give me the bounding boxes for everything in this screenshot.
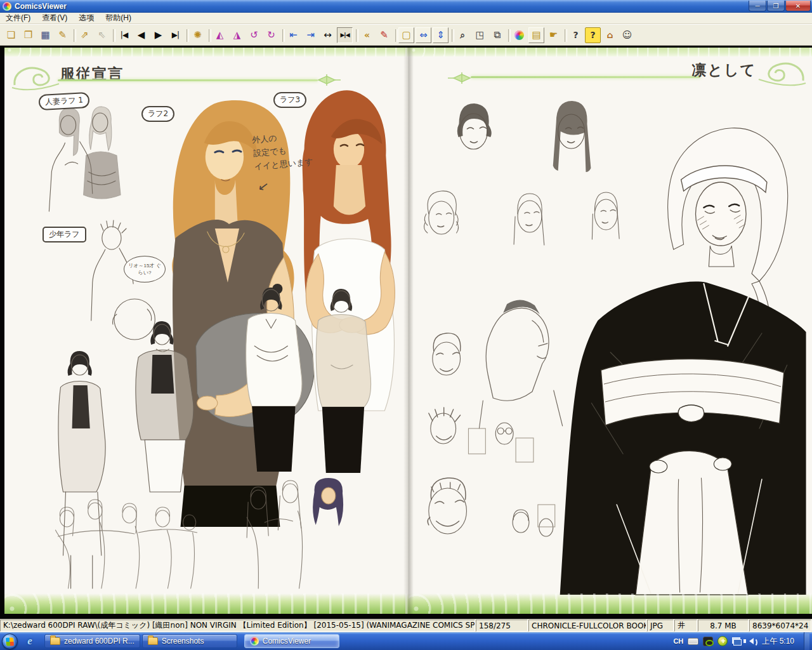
- toolbar-prev-page[interactable]: ◀: [133, 27, 149, 43]
- toolbar-archive-manage[interactable]: ✎: [55, 27, 70, 43]
- toolbar-open-archive[interactable]: ❏: [3, 27, 19, 43]
- right-page: 凛として: [409, 48, 812, 614]
- toolbar-stretch-width[interactable]: ↔: [320, 27, 336, 43]
- rule-end-ornament-left: [317, 74, 342, 86]
- restore-button[interactable]: ❐: [767, 1, 785, 11]
- ornamental-band-bottom: [4, 594, 409, 614]
- toolbar-extract-disabled[interactable]: ⇖: [94, 27, 110, 43]
- clock[interactable]: 上午 5:10: [759, 636, 799, 647]
- taskbar-button-folder-2[interactable]: Screenshots: [142, 634, 237, 648]
- taskbar-button-label: ComicsViewer: [263, 637, 311, 646]
- status-flag: 井: [674, 620, 697, 632]
- status-bar: K:\zedward 600DPI RAW\(成年コミック) [織田non] N…: [0, 619, 812, 632]
- network-tray-icon[interactable]: [732, 637, 742, 646]
- toolbar-open-file-new[interactable]: ❐: [20, 27, 36, 43]
- start-button[interactable]: [2, 633, 18, 649]
- toolbar-background-color[interactable]: ▤: [528, 27, 544, 43]
- close-button[interactable]: ✕: [785, 1, 811, 11]
- window-title: ComicsViewer: [15, 2, 67, 11]
- label-wife-rough: 人妻ラフ 1: [38, 92, 89, 110]
- taskbar-button-comicsviewer[interactable]: ComicsViewer: [244, 634, 339, 648]
- toolbar-about[interactable]: ☺: [619, 27, 635, 43]
- right-page-title: 凛として: [691, 60, 756, 80]
- toolbar-flip-horizontal[interactable]: ◭: [212, 27, 228, 43]
- toolbar-prev-volume[interactable]: «: [359, 27, 375, 43]
- label-rough-2: ラフ2: [141, 106, 174, 122]
- toolbar-first-page[interactable]: |◀: [116, 27, 132, 43]
- ornamental-band-top: [409, 48, 812, 56]
- status-file-path: K:\zedward 600DPI RAW\(成年コミック) [織田non] N…: [0, 620, 475, 632]
- taskbar-button-folder-1[interactable]: zedward 600DPI R...: [44, 634, 140, 648]
- folder-icon: [148, 637, 158, 645]
- language-indicator[interactable]: CH: [673, 637, 683, 645]
- status-image-format: JPG: [647, 620, 674, 632]
- label-rough-3: ラフ3: [273, 92, 306, 108]
- toolbar-window-cascade[interactable]: ⧉: [489, 27, 505, 43]
- status-page-position: 158/275: [476, 620, 528, 632]
- comicsviewer-icon: [250, 637, 259, 646]
- toolbar-view-fit-width[interactable]: ⇔: [416, 27, 431, 43]
- volume-tray-icon[interactable]: [746, 638, 754, 644]
- keyboard-layout-icon[interactable]: [688, 638, 698, 645]
- toolbar-home[interactable]: ⌂: [602, 27, 618, 43]
- toolbar-rotate-right[interactable]: ↻: [263, 27, 279, 43]
- toolbar-auto-advance[interactable]: ☛: [546, 27, 561, 43]
- left-page-artwork: [4, 48, 409, 614]
- status-book-name: CHRONICLE-FULLCOLOR BOOKLET-SID: [528, 620, 646, 632]
- taskbar-button-label: zedward 600DPI R...: [64, 637, 134, 646]
- toolbar-edit-volume[interactable]: ✎: [376, 27, 392, 43]
- toolbar-last-page[interactable]: ▶|: [167, 27, 183, 43]
- image-viewer[interactable]: 服従宣言 人妻ラフ 1 ラフ2 ラフ3 少年ラフ 外人の 設定でも イイと思いま…: [0, 46, 812, 619]
- menu-view[interactable]: 查看(V): [36, 12, 73, 24]
- antivirus-tray-icon[interactable]: [717, 636, 728, 646]
- toolbar-next-page[interactable]: ▶: [150, 27, 166, 43]
- menu-bar: 文件(F) 查看(V) 选项 帮助(H): [0, 13, 812, 24]
- app-icon: [3, 2, 11, 11]
- toolbar-scroll-left[interactable]: ⇤: [285, 27, 301, 43]
- internet-explorer-quicklaunch-icon[interactable]: e: [23, 634, 37, 648]
- ornamental-band-top: [4, 48, 409, 56]
- left-page: 服従宣言 人妻ラフ 1 ラフ2 ラフ3 少年ラフ 外人の 設定でも イイと思いま…: [4, 48, 409, 614]
- handwritten-note: 外人の 設定でも イイと思います: [251, 129, 313, 173]
- flourish-ornament-left: [11, 62, 60, 91]
- toolbar-zoom[interactable]: ⌕: [455, 27, 471, 43]
- label-boy-rough: 少年ラフ: [43, 227, 86, 242]
- toolbar-help[interactable]: ?: [568, 27, 584, 43]
- toolbar-save-image[interactable]: ▦: [37, 27, 53, 43]
- folder-icon: [50, 637, 60, 645]
- note-arrow: ↙: [257, 178, 270, 194]
- toolbar-rotate-left[interactable]: ↺: [246, 27, 262, 43]
- header-rule-left: [58, 79, 318, 81]
- title-bar: ComicsViewer ─ ❐ ✕: [0, 0, 812, 13]
- header-rule-right: [471, 76, 700, 78]
- flourish-ornament-right: [757, 58, 807, 87]
- minimize-button[interactable]: ─: [749, 1, 766, 11]
- toolbar-flip-vertical[interactable]: ◮: [229, 27, 245, 43]
- toolbar-resize-window[interactable]: ◳: [472, 27, 488, 43]
- status-image-dimensions: 8639*6074*24: [749, 620, 811, 632]
- menu-file[interactable]: 文件(F): [0, 12, 36, 24]
- toolbar-browse-new-window[interactable]: ✺: [190, 27, 206, 43]
- show-desktop-button[interactable]: [804, 632, 809, 650]
- menu-options[interactable]: 选项: [73, 12, 100, 24]
- toolbar-color-adjust[interactable]: [511, 27, 527, 43]
- scanned-page-image: 服従宣言 人妻ラフ 1 ラフ2 ラフ3 少年ラフ 外人の 設定でも イイと思いま…: [4, 48, 812, 614]
- toolbar: ❏ ❐ ▦ ✎ ⇗ ⇖ |◀ ◀ ▶ ▶|: [0, 24, 812, 46]
- speech-bubble: リオ～15才 ぐらい?: [124, 256, 166, 282]
- taskbar: e zedward 600DPI R... Screenshots Comics…: [0, 632, 812, 650]
- nvidia-tray-icon[interactable]: [703, 637, 713, 646]
- status-file-size: 8.7 MB: [698, 620, 749, 632]
- system-tray: CH 上午 5:10: [673, 632, 812, 650]
- toolbar-context-help[interactable]: ?: [585, 27, 601, 43]
- ornamental-band-bottom: [409, 594, 812, 614]
- toolbar-view-fit-height[interactable]: ⇕: [433, 27, 449, 43]
- toolbar-extract-archive[interactable]: ⇗: [77, 27, 93, 43]
- rule-end-ornament-right: [447, 72, 472, 84]
- taskbar-button-label: Screenshots: [162, 637, 204, 646]
- menu-help[interactable]: 帮助(H): [100, 12, 137, 24]
- right-page-artwork: [409, 48, 812, 614]
- toolbar-scroll-right[interactable]: ⇥: [303, 27, 318, 43]
- toolbar-view-original-size[interactable]: ▢: [398, 27, 414, 43]
- toolbar-fit-facing-pages[interactable]: ▶|◀: [337, 27, 353, 43]
